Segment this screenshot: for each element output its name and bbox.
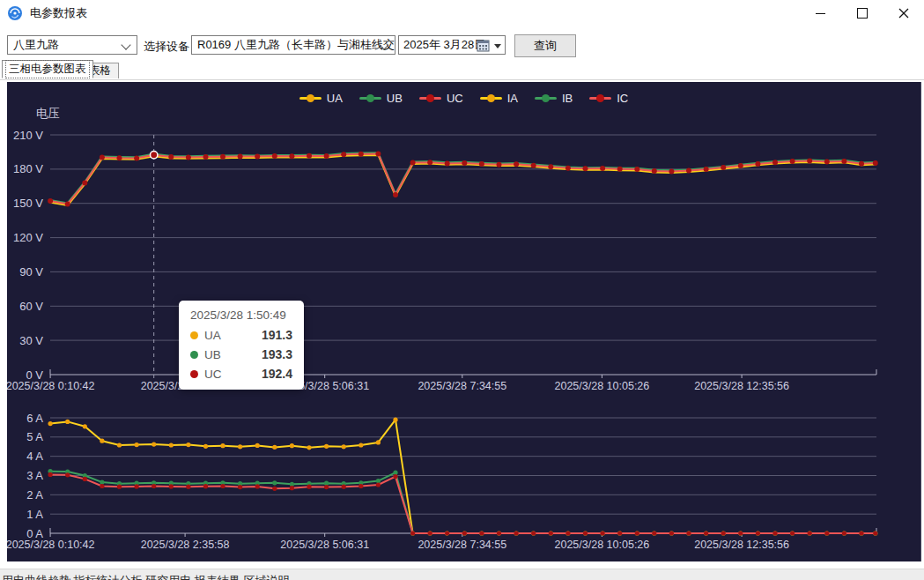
window-title: 电参数报表 (30, 5, 87, 21)
current-chart: 0 A1 A2 A3 A4 A5 A6 A2025/3/28 0:10:4220… (7, 412, 877, 552)
tab-chart-label: 三相电参数图表 (5, 60, 90, 78)
x-tick-label: 2025/3/28 7:34:55 (418, 539, 506, 551)
tooltip-series-name: UB (204, 348, 221, 361)
y-tick-label: 90 V (19, 265, 43, 279)
tooltip-row-uc: UC 192.4 (190, 367, 292, 381)
y-tick-label: 5 A (26, 430, 43, 443)
close-button[interactable] (883, 0, 924, 26)
tab-chart[interactable]: 三相电参数图表 (2, 60, 93, 78)
chevron-down-icon (121, 40, 130, 49)
tooltip-series-value: 191.3 (262, 328, 292, 342)
dropdown-arrow-icon (494, 44, 501, 48)
y-tick-label: 3 A (26, 469, 43, 482)
device-select[interactable]: R0169 八里九路（长丰路）与湘桂线交 (191, 35, 395, 55)
x-tick-label: 2025/3/28 10:05:26 (555, 380, 650, 392)
x-tick-label: 2025/3/28 12:35:56 (694, 539, 789, 551)
series-IB-line (50, 472, 876, 533)
background-window-strip: 用电曲线趋势 指标统计分析 研究用电 报表结果 区域说明 (0, 569, 924, 580)
x-tick-label: 2025/3/28 0:10:42 (7, 539, 95, 551)
series-UB-line (50, 152, 876, 203)
charts-canvas: 0 V30 V60 V90 V120 V150 V180 V210 V2025/… (7, 82, 921, 561)
toolbar: 八里九路 选择设备 R0169 八里九路（长丰路）与湘桂线交 2025年 3月2… (0, 26, 924, 59)
date-picker[interactable]: 2025年 3月28日 (398, 35, 506, 55)
x-tick-label: 2025/3/28 10:05:26 (555, 539, 650, 551)
y-tick-label: 210 V (13, 129, 43, 142)
query-button[interactable]: 查询 (514, 34, 576, 57)
y-tick-label: 4 A (26, 450, 43, 463)
tooltip-series-name: UA (204, 329, 221, 342)
series-UC-markers (48, 152, 878, 207)
title-bar: 电参数报表 (0, 0, 924, 27)
minimize-icon (816, 13, 825, 14)
close-icon (898, 8, 909, 19)
voltage-chart: 0 V30 V60 V90 V120 V150 V180 V210 V2025/… (7, 129, 878, 393)
maximize-button[interactable] (841, 0, 883, 26)
app-icon (7, 5, 23, 21)
y-tick-label: 1 A (26, 508, 43, 521)
device-select-value: R0169 八里九路（长丰路）与湘桂线交 (197, 37, 395, 53)
y-tick-label: 150 V (13, 197, 43, 210)
x-tick-label: 2025/3/28 2:35:58 (141, 539, 230, 551)
series-IB-markers (48, 469, 878, 536)
bottom-gap (0, 561, 924, 569)
y-tick-label: 180 V (13, 162, 43, 175)
series-IA-markers (48, 418, 878, 536)
y-tick-label: 6 A (26, 412, 43, 425)
y-tick-label: 2 A (26, 488, 43, 502)
y-tick-label: 120 V (13, 231, 43, 244)
calendar-icon (477, 39, 490, 55)
chart-panel: UAUBUCIAIBIC 电压 0 V30 V60 V90 V120 V150 … (7, 82, 921, 561)
ub-dot-icon (190, 351, 198, 359)
chart-tooltip: 2025/3/28 1:50:49 UA 191.3 UB 193.3 UC 1… (179, 301, 304, 390)
tooltip-row-ua: UA 191.3 (190, 328, 292, 342)
tooltip-series-value: 192.4 (262, 367, 292, 381)
y-tick-label: 60 V (19, 300, 43, 313)
date-picker-value: 2025年 3月28日 (403, 37, 485, 53)
line-select[interactable]: 八里九路 (7, 35, 137, 55)
tooltip-timestamp: 2025/3/28 1:50:49 (190, 309, 292, 322)
x-tick-label: 2025/3/28 12:35:56 (694, 380, 789, 392)
minimize-button[interactable] (800, 0, 841, 26)
window-controls (800, 0, 924, 26)
highlighted-point (151, 152, 158, 159)
x-tick-label: 2025/3/28 0:10:42 (7, 380, 95, 392)
clipped-background-text: 用电曲线趋势 指标统计分析 研究用电 报表结果 区域说明 (2, 573, 289, 580)
y-tick-label: 30 V (19, 334, 43, 347)
tooltip-series-name: UC (204, 368, 222, 381)
ua-dot-icon (190, 331, 198, 339)
x-tick-label: 2025/3/28 7:34:55 (418, 380, 506, 392)
query-button-label: 查询 (534, 38, 557, 54)
line-select-value: 八里九路 (13, 37, 59, 53)
uc-dot-icon (190, 370, 198, 378)
tooltip-row-ub: UB 193.3 (190, 347, 292, 361)
maximize-icon (857, 8, 868, 19)
x-tick-label: 2025/3/28 5:06:31 (280, 539, 369, 551)
tab-strip-underline (0, 79, 924, 80)
tab-strip: 三相电参数图表 表格 (0, 59, 924, 80)
device-label: 选择设备 (144, 39, 189, 55)
tooltip-series-value: 193.3 (262, 347, 292, 361)
